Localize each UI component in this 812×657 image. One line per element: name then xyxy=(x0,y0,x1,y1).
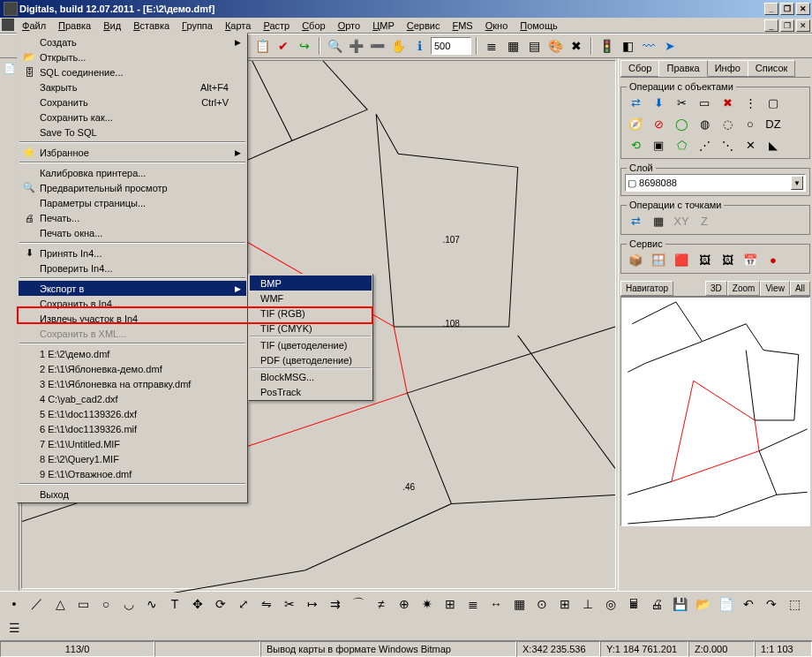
menu-create[interactable]: Создать▶ xyxy=(19,34,246,49)
paste-icon[interactable]: 📋 xyxy=(252,36,272,56)
pt-swap-icon[interactable]: ⇄ xyxy=(625,211,646,230)
bt-snap-icon[interactable]: ⊙ xyxy=(531,593,553,615)
bt-join-icon[interactable]: ⊕ xyxy=(394,593,415,615)
menu-file[interactable]: Файл xyxy=(16,19,52,32)
menu-extract-in4[interactable]: Извлечь участок в In4 xyxy=(19,311,246,326)
menu-recent-3[interactable]: 3 E:\1\Яблоневка на отправку.dmf xyxy=(19,376,246,391)
table-icon[interactable]: ▦ xyxy=(503,36,523,56)
export-blockmsg[interactable]: BlockMSG... xyxy=(250,369,372,384)
menu-preview[interactable]: 🔍Предварительный просмотр xyxy=(19,180,246,195)
export-postrack[interactable]: PosTrack xyxy=(250,384,372,399)
redo-icon[interactable]: ↪ xyxy=(295,36,314,56)
bt-osnap-icon[interactable]: ◎ xyxy=(600,593,621,615)
swap-icon[interactable]: ⇄ xyxy=(625,93,646,112)
export-bmp[interactable]: BMP xyxy=(250,276,372,291)
bt-curve-icon[interactable]: ∿ xyxy=(141,593,162,615)
menu-page-setup[interactable]: Параметры страницы... xyxy=(19,195,246,210)
doc-icon[interactable]: 📄 xyxy=(2,60,18,76)
srv-colors-icon[interactable]: 🟥 xyxy=(671,250,692,269)
menu-recent-9[interactable]: 9 E:\1\Отважное.dmf xyxy=(19,466,246,481)
export-pdf-sep[interactable]: PDF (цветоделение) xyxy=(250,352,372,367)
menu-fms[interactable]: FMS xyxy=(446,19,478,32)
bt-break-icon[interactable]: ≠ xyxy=(371,593,392,615)
menu-service[interactable]: Сервис xyxy=(401,19,447,32)
zoom-fit-icon[interactable]: 🔍 xyxy=(325,36,344,56)
navigator-view[interactable] xyxy=(620,297,810,526)
menu-print-window[interactable]: Печать окна... xyxy=(19,225,246,240)
bt-offset-icon[interactable]: ⇉ xyxy=(325,593,346,615)
rot90-icon[interactable]: ⟲ xyxy=(625,135,646,155)
menu-dem[interactable]: ЦМР xyxy=(366,19,401,32)
srv-img1-icon[interactable]: 🖼 xyxy=(694,250,715,269)
hatch1-icon[interactable]: ⋰ xyxy=(694,135,715,155)
dots-icon[interactable]: ⋮ xyxy=(740,93,761,112)
menu-collect[interactable]: Сбор xyxy=(296,19,332,32)
bt-poly-icon[interactable]: △ xyxy=(49,593,71,615)
menu-recent-7[interactable]: 7 E:\1\Untitled.MIF xyxy=(19,436,246,451)
srv-img2-icon[interactable]: 🖼 xyxy=(717,250,738,269)
menu-exit[interactable]: Выход xyxy=(19,487,246,502)
rect-icon[interactable]: ▢ xyxy=(763,93,784,112)
check-icon[interactable]: ✔ xyxy=(274,36,293,56)
palette-icon[interactable]: 🎨 xyxy=(545,36,565,56)
square-icon[interactable]: ▣ xyxy=(648,135,669,155)
stripe-icon[interactable]: ◣ xyxy=(763,135,784,155)
bt-save-icon[interactable]: 💾 xyxy=(669,593,690,615)
bt-props-icon[interactable]: ☰ xyxy=(4,617,25,638)
bt-sel-icon[interactable]: ⬚ xyxy=(784,593,805,615)
bt-undo-icon[interactable]: ↶ xyxy=(738,593,759,615)
menu-edit[interactable]: Правка xyxy=(52,19,97,32)
tool-x-icon[interactable]: ✖ xyxy=(567,36,586,56)
menu-printer-calib[interactable]: Калибровка принтера... xyxy=(19,165,246,180)
menu-recent-5[interactable]: 5 E:\1\doc1139326.dxf xyxy=(19,406,246,421)
menu-print[interactable]: 🖨Печать... xyxy=(19,210,246,225)
poly-icon[interactable]: ⬠ xyxy=(671,135,692,155)
export-tif-rgb[interactable]: TIF (RGB) xyxy=(250,306,372,321)
pt-z-button[interactable]: Z xyxy=(694,211,715,230)
bt-grid-icon[interactable]: ⊞ xyxy=(554,593,575,615)
menu-raster[interactable]: Растр xyxy=(257,19,296,32)
dz-icon[interactable]: DZ xyxy=(763,114,784,133)
bt-mirror-icon[interactable]: ⇋ xyxy=(256,593,277,615)
close-button[interactable]: ✕ xyxy=(796,3,810,15)
ellipse3-icon[interactable]: ◌ xyxy=(717,114,738,133)
bt-fillet-icon[interactable]: ⌒ xyxy=(348,593,369,615)
nav-view[interactable]: View xyxy=(760,281,790,296)
del-circle-icon[interactable]: ⊘ xyxy=(648,114,669,133)
bt-arc-icon[interactable]: ◡ xyxy=(118,593,139,615)
nav-zoom[interactable]: Zoom xyxy=(727,281,761,296)
ellipse2-icon[interactable]: ◍ xyxy=(694,114,715,133)
menu-sql-conn[interactable]: 🗄SQL соединение... xyxy=(19,64,246,79)
bt-print-icon[interactable]: 🖨 xyxy=(646,593,667,615)
shade-icon[interactable]: ◧ xyxy=(618,36,637,56)
hatch2-icon[interactable]: ⋱ xyxy=(717,135,738,155)
compass-icon[interactable]: 🧭 xyxy=(625,114,646,133)
chevron-down-icon[interactable]: ▼ xyxy=(791,176,803,190)
bt-dim-icon[interactable]: ↔ xyxy=(485,593,507,615)
bt-rect-icon[interactable]: ▭ xyxy=(72,593,94,615)
maximize-button[interactable]: ❐ xyxy=(780,3,794,15)
export-wmf[interactable]: WMF xyxy=(250,291,372,306)
pan-icon[interactable]: ✋ xyxy=(388,36,408,56)
minimize-button[interactable]: _ xyxy=(764,3,778,15)
menu-accept-in4[interactable]: ⬇Принять In4... xyxy=(19,245,246,261)
bt-area-icon[interactable]: ▦ xyxy=(508,593,530,615)
export-tif-cmyk[interactable]: TIF (CMYK) xyxy=(250,321,372,336)
export-tif-sep[interactable]: TIF (цветоделение) xyxy=(250,337,372,352)
menu-check-in4[interactable]: Проверить In4... xyxy=(19,261,246,276)
srv-cal-icon[interactable]: 📅 xyxy=(740,250,761,269)
menu-map[interactable]: Карта xyxy=(219,19,257,32)
mdi-close[interactable]: ✕ xyxy=(796,19,810,32)
menu-window[interactable]: Окно xyxy=(479,19,515,32)
circle-icon[interactable]: ○ xyxy=(740,114,761,133)
srv-dot-icon[interactable]: ● xyxy=(763,250,784,269)
menu-save-sql[interactable]: Save To SQL xyxy=(19,125,246,140)
menu-ortho[interactable]: Орто xyxy=(332,19,366,32)
bt-line-icon[interactable]: ／ xyxy=(26,593,48,615)
bt-point-icon[interactable]: • xyxy=(4,593,25,615)
bt-explode-icon[interactable]: ✷ xyxy=(417,593,438,615)
nav-3d[interactable]: 3D xyxy=(705,281,727,296)
menu-save[interactable]: СохранитьCtrl+V xyxy=(19,94,246,110)
bt-group-icon[interactable]: ⊞ xyxy=(440,593,461,615)
menu-save-as[interactable]: Сохранить как... xyxy=(19,110,246,125)
